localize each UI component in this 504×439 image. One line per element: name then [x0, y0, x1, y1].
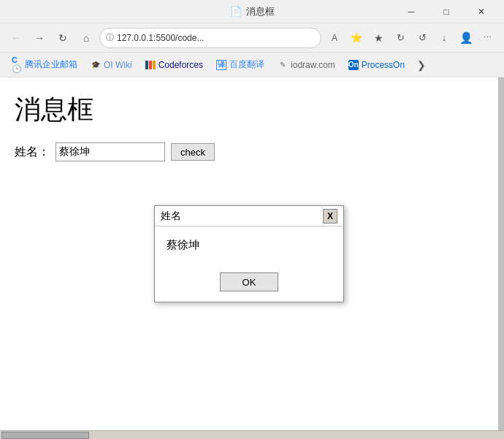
bookmarks-bar: C🕒 腾讯企业邮箱 🎓 OI Wiki Codeforces 译 百度翻译 ✎ …	[0, 53, 504, 77]
maximize-button[interactable]: □	[429, 0, 463, 23]
page-inner: 消息框 姓名： check 姓名 X 蔡徐坤 OK	[0, 77, 498, 430]
bookmark-oiwiki[interactable]: 🎓 OI Wiki	[85, 56, 138, 75]
modal-message: 蔡徐坤	[167, 238, 332, 252]
bookmark-tencent-label: 腾讯企业邮箱	[25, 58, 77, 71]
modal-dialog: 姓名 X 蔡徐坤 OK	[154, 205, 344, 302]
page-content: 消息框 姓名： check 姓名 X 蔡徐坤 OK	[0, 77, 504, 430]
bookmarks-more-button[interactable]: ❯	[412, 56, 431, 75]
scroll-thumb[interactable]	[1, 432, 89, 439]
navigation-toolbar: ← → ↻ ⌂ ⓘ 127.0.0.1:5500/code... A ⭐ ★ ↻…	[0, 23, 504, 53]
title-bar: 📄 消息框 ─ □ ✕	[0, 0, 504, 23]
translate-button[interactable]: A	[324, 28, 345, 48]
bookmark-tencent[interactable]: C🕒 腾讯企业邮箱	[6, 56, 83, 75]
modal-overlay: 姓名 X 蔡徐坤 OK	[0, 77, 498, 430]
reload-button[interactable]: ↻	[53, 28, 73, 48]
back-button[interactable]: ←	[6, 28, 26, 48]
download-button[interactable]: ↓	[434, 28, 454, 48]
tencent-icon: C🕒	[12, 60, 22, 70]
modal-title-bar: 姓名 X	[155, 206, 343, 226]
sync-button[interactable]: ↻	[390, 28, 411, 48]
codeforces-icon	[145, 60, 156, 70]
bookmark-baidu[interactable]: 译 百度翻译	[210, 56, 270, 75]
minimize-button[interactable]: ─	[394, 0, 428, 23]
favorites-button[interactable]: ★	[368, 28, 389, 48]
address-bar[interactable]: ⓘ 127.0.0.1:5500/code...	[99, 28, 321, 48]
bookmark-iodraw-label: iodraw.com	[291, 60, 335, 70]
bookmark-codeforces-label: Codeforces	[159, 60, 203, 70]
bookmark-processon[interactable]: On ProcessOn	[343, 56, 411, 75]
modal-title-text: 姓名	[161, 210, 323, 223]
modal-ok-button[interactable]: OK	[220, 272, 278, 291]
forward-button[interactable]: →	[29, 28, 50, 48]
oiwiki-icon: 🎓	[91, 60, 101, 70]
bookmark-processon-label: ProcessOn	[362, 60, 405, 70]
horizontal-scrollbar[interactable]	[0, 430, 504, 439]
doc-icon: 📄	[230, 6, 242, 17]
toolbar-actions: A ⭐ ★ ↻ ↺ ↓ 👤 ⋯	[324, 28, 498, 48]
modal-body: 蔡徐坤	[155, 226, 343, 272]
bookmark-codeforces[interactable]: Codeforces	[140, 56, 209, 75]
bookmark-iodraw[interactable]: ✎ iodraw.com	[272, 56, 341, 75]
modal-footer: OK	[155, 272, 343, 302]
profile-button[interactable]: 👤	[456, 28, 476, 48]
processon-icon: On	[348, 60, 359, 70]
history-button[interactable]: ↺	[412, 28, 432, 48]
window-controls: ─ □ ✕	[394, 0, 498, 23]
close-button[interactable]: ✕	[465, 0, 498, 23]
modal-close-button[interactable]: X	[323, 209, 337, 224]
vertical-scrollbar[interactable]	[498, 77, 504, 430]
bookmark-oiwiki-label: OI Wiki	[104, 60, 132, 70]
bookmark-baidu-label: 百度翻译	[229, 58, 264, 71]
window-title-text: 消息框	[246, 5, 275, 18]
more-button[interactable]: ⋯	[478, 28, 498, 48]
window-title: 📄 消息框	[230, 5, 275, 18]
address-text: 127.0.0.1:5500/code...	[117, 33, 315, 43]
baidu-icon: 译	[216, 60, 226, 70]
iodraw-icon: ✎	[278, 60, 288, 70]
home-button[interactable]: ⌂	[76, 28, 96, 48]
info-icon: ⓘ	[106, 32, 114, 43]
browser-window: 📄 消息框 ─ □ ✕ ← → ↻ ⌂ ⓘ 127.0.0.1:5500/cod…	[0, 0, 504, 439]
extension-button[interactable]: ⭐	[346, 28, 367, 48]
